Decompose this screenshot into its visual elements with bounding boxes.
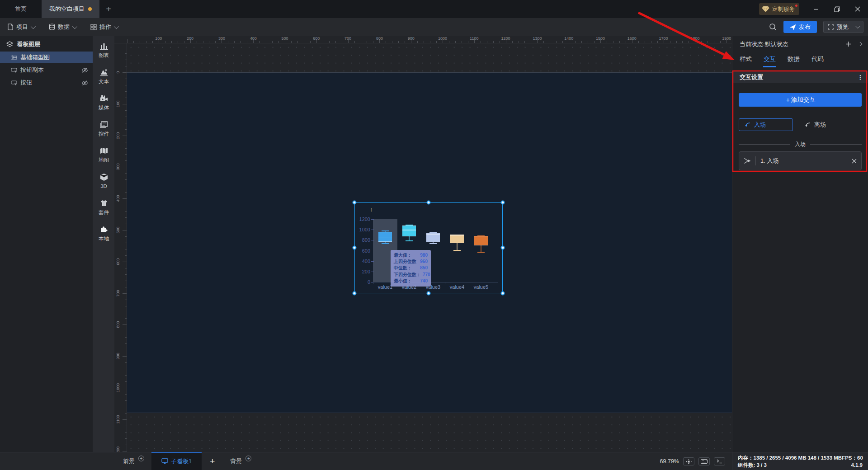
ruler-tick [125, 337, 127, 338]
tooltip-value: 770 [423, 272, 430, 278]
ruler-tick [373, 41, 373, 43]
ruler-tick [626, 41, 626, 43]
x-axis-label: value5 [471, 284, 491, 290]
rail-item-text[interactable]: 文本 [93, 68, 114, 88]
add-foreground-icon[interactable]: + [138, 456, 144, 461]
selection-handle[interactable] [426, 200, 430, 204]
tab-home-label: 首页 [15, 5, 27, 13]
publish-button[interactable]: 发布 [783, 21, 817, 33]
rail-item-map[interactable]: 地图 [93, 147, 114, 167]
console-button[interactable] [714, 457, 725, 465]
chevron-down-icon[interactable] [855, 23, 860, 28]
memory-stat: 内存：1385 / 2655 / 4096 MB 148 / 1533 MB [738, 454, 842, 461]
ruler-tick [468, 41, 468, 43]
layer-item-button[interactable]: 按钮 [0, 77, 93, 89]
selection-handle[interactable] [500, 200, 505, 204]
layer-item-boxplot[interactable]: 基础箱型图 [0, 52, 93, 63]
ruler-label: 600 [116, 255, 120, 268]
rail-label: 套件 [99, 209, 109, 216]
exit-toggle-button[interactable]: 离场 [799, 118, 854, 131]
restore-button[interactable] [826, 0, 847, 18]
rail-item-kits[interactable]: 套件 [93, 199, 114, 219]
ruler-tick [123, 167, 127, 167]
foreground-tab[interactable]: 前景 + [116, 452, 151, 470]
kebab-menu-icon[interactable]: ⋮ [857, 74, 863, 81]
chart-tooltip: 最大值：980 上四分位数960 中位数：850 下四分位数：770 最小值：7… [391, 250, 431, 287]
ruler-tick [512, 41, 513, 43]
ruler-tick [543, 41, 544, 43]
shortcut-keys-button[interactable] [698, 457, 710, 465]
custom-service-badge[interactable]: 定制服务 [759, 3, 799, 15]
tab-style[interactable]: 样式 [740, 55, 752, 67]
kit-icon [99, 199, 108, 207]
component-count-stat: 组件数: 3 / 3 [738, 461, 767, 469]
ruler-tick [720, 41, 721, 43]
rail-item-charts[interactable]: 图表 [93, 42, 114, 62]
add-background-icon[interactable]: + [245, 456, 251, 461]
ruler-tick [123, 72, 127, 73]
ruler-tick [123, 198, 127, 199]
chevron-down-icon [114, 24, 119, 28]
minimize-button[interactable] [806, 0, 826, 18]
menu-data[interactable]: 数据 [42, 18, 83, 36]
ruler-tick [278, 41, 279, 43]
boxplot-chart[interactable]: 020040060080010001200value1value2value3v… [354, 202, 503, 293]
ruler-label: 800 [116, 318, 120, 331]
search-icon[interactable] [769, 23, 777, 31]
eye-off-icon[interactable] [81, 80, 88, 86]
tab-home[interactable]: 首页 [0, 0, 42, 18]
rail-item-3d[interactable]: 3D [93, 173, 114, 193]
tab-code[interactable]: 代码 [811, 55, 824, 67]
ruler-tick [638, 41, 639, 43]
version-number: 4.1.9 [851, 461, 863, 469]
branch-icon [744, 158, 751, 164]
boxplot-icon [11, 55, 17, 61]
rail-item-media[interactable]: 媒体 [93, 94, 114, 114]
selection-handle[interactable] [500, 291, 505, 295]
close-button[interactable] [847, 0, 868, 18]
tab-project[interactable]: 我的空白项目 [42, 0, 99, 18]
background-tab[interactable]: 背景 + [223, 452, 259, 470]
video-camera-icon [99, 94, 108, 103]
new-tab-button[interactable]: + [99, 0, 118, 18]
add-state-icon[interactable] [845, 41, 851, 47]
selection-handle[interactable] [352, 246, 356, 250]
tab-interaction[interactable]: 交互 [764, 55, 776, 67]
tab-data[interactable]: 数据 [788, 55, 800, 67]
box-iqr [378, 232, 392, 242]
ruler-tick [500, 41, 500, 43]
ruler-label: 100 [155, 36, 162, 41]
interaction-item-row[interactable]: 1. 入场 [739, 151, 862, 170]
preview-button[interactable]: 预览 [823, 21, 863, 33]
selection-handle[interactable] [352, 291, 356, 295]
board-tab[interactable]: 子看板1 [151, 452, 202, 470]
ruler-tick [125, 255, 127, 256]
fps-stat: FPS：60 [842, 454, 863, 461]
y-axis-tick [371, 261, 374, 262]
ruler-tick [125, 117, 127, 117]
menu-project[interactable]: 项目 [0, 18, 42, 36]
enter-toggle-button[interactable]: 入场 [739, 118, 793, 131]
ruler-tick [152, 41, 153, 43]
remove-item-icon[interactable] [852, 159, 857, 164]
add-board-button[interactable]: + [202, 452, 223, 470]
chevron-right-icon[interactable] [859, 42, 863, 47]
whisker-cap-min [453, 250, 461, 251]
zoom-level[interactable]: 69.79% [660, 458, 679, 465]
selection-handle[interactable] [352, 200, 356, 204]
rail-item-widgets[interactable]: 控件 [93, 121, 114, 141]
ruler-tick [125, 98, 127, 98]
eye-off-icon[interactable] [81, 67, 88, 73]
ruler-tick [125, 160, 127, 161]
add-interaction-button[interactable]: ＋添加交互 [739, 93, 862, 107]
menu-actions[interactable]: 操作 [83, 18, 125, 36]
diamond-icon [762, 6, 769, 13]
fit-screen-button[interactable] [683, 457, 694, 465]
selection-handle[interactable] [426, 291, 430, 295]
y-axis-label: 200 [355, 269, 370, 274]
rail-item-local[interactable]: 本地 [93, 226, 114, 245]
tooltip-value: 980 [420, 252, 428, 258]
selection-handle[interactable] [500, 246, 505, 250]
layer-item-button-copy[interactable]: 按钮副本 [0, 64, 93, 76]
x-axis-tick [469, 282, 469, 284]
